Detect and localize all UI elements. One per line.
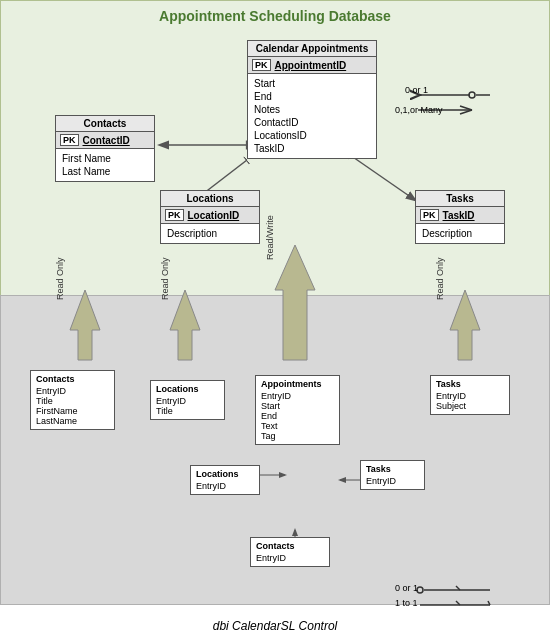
appt-end: End [261, 411, 334, 421]
calendar-appointments-body: Start End Notes ContactID LocationsID Ta… [248, 74, 376, 158]
locations-ref-title: Locations [196, 469, 254, 479]
arrow-label-readonly3: Read Only [435, 257, 445, 300]
locations-local-entryid: EntryID [156, 396, 219, 406]
tasks-local-subject: Subject [436, 401, 504, 411]
field-start: Start [254, 77, 370, 90]
contacts-local-fname: FirstName [36, 406, 109, 416]
pk-label-l: PK [165, 209, 184, 221]
tasks-ref-title: Tasks [366, 464, 419, 474]
arrow-label-readonly2: Read Only [160, 257, 170, 300]
contacts-local-title: Contacts [36, 374, 109, 384]
contacts-lastname: Last Name [62, 165, 148, 178]
appt-entryid: EntryID [261, 391, 334, 401]
main-container: Appointment Scheduling Database [0, 0, 550, 641]
tasks-desc: Description [422, 227, 498, 240]
contacts-pk: ContactID [83, 135, 130, 146]
tasks-pk: TaskID [443, 210, 475, 221]
locations-ref-box: Locations EntryID [190, 465, 260, 495]
field-notes: Notes [254, 103, 370, 116]
locations-title: Locations [161, 191, 259, 207]
field-taskid: TaskID [254, 142, 370, 155]
contacts-local-title2: Title [36, 396, 109, 406]
diagram-title: Appointment Scheduling Database [0, 8, 550, 24]
contacts-body: First Name Last Name [56, 149, 154, 181]
pk-label-t: PK [420, 209, 439, 221]
tasks-local-box: Tasks EntryID Subject [430, 375, 510, 415]
tasks-ref-entryid: EntryID [366, 476, 419, 486]
field-end: End [254, 90, 370, 103]
field-contactid: ContactID [254, 116, 370, 129]
legend-zero-or-one-bottom: 0 or 1 [395, 583, 418, 593]
appt-start: Start [261, 401, 334, 411]
calendar-appointments-pk-row: PK AppointmentID [248, 57, 376, 74]
appointments-local-title: Appointments [261, 379, 334, 389]
calendar-appointments-title: Calendar Appointments [248, 41, 376, 57]
field-locationsid: LocationsID [254, 129, 370, 142]
contacts-ref-entryid: EntryID [256, 553, 324, 563]
legend-zero-one-many: 0,1,or Many [395, 105, 443, 115]
arrow-label-readwrite: Read/Write [265, 215, 275, 260]
locations-pk: LocationID [188, 210, 240, 221]
contacts-local-lname: LastName [36, 416, 109, 426]
tasks-title: Tasks [416, 191, 504, 207]
tasks-ref-box: Tasks EntryID [360, 460, 425, 490]
appt-tag: Tag [261, 431, 334, 441]
contacts-firstname: First Name [62, 152, 148, 165]
contacts-ref-box: Contacts EntryID [250, 537, 330, 567]
contacts-ref-title: Contacts [256, 541, 324, 551]
arrow-label-readonly1: Read Only [55, 257, 65, 300]
contacts-table: Contacts PK ContactID First Name Last Na… [55, 115, 155, 182]
tasks-table: Tasks PK TaskID Description [415, 190, 505, 244]
contacts-local-entryid: EntryID [36, 386, 109, 396]
appointments-local-box: Appointments EntryID Start End Text Tag [255, 375, 340, 445]
contacts-pk-row: PK ContactID [56, 132, 154, 149]
tasks-pk-row: PK TaskID [416, 207, 504, 224]
legend-zero-or-one-top: 0 or 1 [405, 85, 428, 95]
locations-table: Locations PK LocationID Description [160, 190, 260, 244]
locations-pk-row: PK LocationID [161, 207, 259, 224]
calendar-appointments-pk: AppointmentID [275, 60, 347, 71]
pk-label-ca: PK [252, 59, 271, 71]
locations-local-title2: Title [156, 406, 219, 416]
tasks-body: Description [416, 224, 504, 243]
tasks-local-title: Tasks [436, 379, 504, 389]
legend-one-to-one: 1 to 1 [395, 598, 418, 608]
locations-desc: Description [167, 227, 253, 240]
contacts-title: Contacts [56, 116, 154, 132]
appt-text: Text [261, 421, 334, 431]
tasks-local-entryid: EntryID [436, 391, 504, 401]
locations-ref-entryid: EntryID [196, 481, 254, 491]
pk-label-c: PK [60, 134, 79, 146]
contacts-local-box: Contacts EntryID Title FirstName LastNam… [30, 370, 115, 430]
locations-local-title: Locations [156, 384, 219, 394]
locations-body: Description [161, 224, 259, 243]
bottom-title: dbi CalendarSL Control [0, 619, 550, 633]
calendar-appointments-table: Calendar Appointments PK AppointmentID S… [247, 40, 377, 159]
locations-local-box: Locations EntryID Title [150, 380, 225, 420]
